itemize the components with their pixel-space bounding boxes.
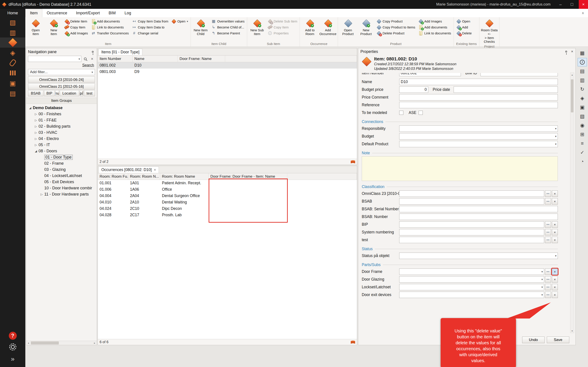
tree-item[interactable]: ▷ 05 - IT bbox=[26, 142, 97, 148]
copy-product-button[interactable]: Copy Product bbox=[375, 18, 416, 24]
filter-bsab[interactable]: BSAB bbox=[28, 90, 43, 96]
clear-search-icon[interactable]: × bbox=[89, 56, 95, 62]
lookup-button[interactable]: ••• bbox=[545, 221, 551, 228]
part-dropdown[interactable]: ▾ bbox=[399, 276, 544, 283]
table-row[interactable]: 01.001 1A01 Patient Admin. Recept. bbox=[98, 180, 357, 186]
tree-expander-icon[interactable]: ▷ bbox=[33, 112, 39, 116]
checklist-icon[interactable]: ✓ bbox=[578, 148, 587, 157]
documents-module-icon[interactable]: ▤ bbox=[0, 88, 25, 98]
part-dropdown[interactable]: ▾ bbox=[399, 268, 544, 275]
copy-item-data-from-button[interactable]: ↤Copy Item Data from bbox=[131, 18, 170, 24]
open-product-button[interactable]: Open Product bbox=[339, 18, 357, 39]
reports-module-icon[interactable] bbox=[0, 68, 25, 78]
table-row[interactable]: 04.024 2C10 Dipc Decon bbox=[98, 205, 357, 212]
tree-item[interactable]: ▷ 01 - FF&E bbox=[26, 117, 97, 123]
add-to-room-button[interactable]: + Add to Room bbox=[301, 18, 318, 39]
bim-id-field[interactable] bbox=[481, 73, 558, 76]
tree-expander-icon[interactable]: ▷ bbox=[33, 131, 39, 134]
existing-open-button[interactable]: Open bbox=[455, 18, 473, 24]
scroll-left-icon[interactable]: ◂ bbox=[26, 342, 30, 344]
become-parent-button[interactable]: ↰Become Parent bbox=[210, 30, 246, 36]
report-icon[interactable] bbox=[351, 160, 355, 163]
tree-item[interactable]: ▷ 00 - Finishes bbox=[26, 111, 97, 117]
table-row[interactable]: 0801.002 D10 bbox=[98, 62, 357, 68]
clear-value-button[interactable]: × bbox=[552, 191, 558, 197]
column-header[interactable]: Door Frame: Name bbox=[178, 56, 225, 62]
scrollbar-thumb[interactable] bbox=[571, 79, 573, 112]
add-occurrence-button[interactable]: + Add Occurrence bbox=[319, 18, 337, 39]
systems-icon[interactable]: ≡ bbox=[578, 139, 587, 148]
delete-item-button[interactable]: ×Delete Item bbox=[63, 18, 89, 24]
tree-expander-icon[interactable]: ▷ bbox=[33, 119, 39, 122]
expand-sidebar-icon[interactable]: » bbox=[0, 354, 25, 363]
forms-icon[interactable]: ▤ bbox=[578, 67, 587, 75]
existing-delete-button[interactable]: ×Delete bbox=[455, 30, 473, 36]
classification-field[interactable] bbox=[399, 214, 558, 220]
existing-add-button[interactable]: +Add bbox=[455, 24, 473, 30]
overwritten-values-button[interactable]: ▦Overwritten values bbox=[210, 18, 246, 24]
attachments-module-icon[interactable] bbox=[0, 58, 25, 68]
budget-price-field[interactable]: 0 bbox=[399, 86, 428, 93]
maximize-button[interactable]: □ bbox=[567, 0, 577, 9]
clear-value-button[interactable]: × bbox=[552, 229, 558, 235]
clear-value-button[interactable]: × bbox=[552, 221, 558, 228]
scroll-right-icon[interactable]: ▸ bbox=[92, 342, 97, 344]
classification-field[interactable] bbox=[399, 221, 544, 228]
connection-dropdown[interactable]: ▾ bbox=[399, 125, 558, 132]
tree-item[interactable]: ◢ 08 - Doors bbox=[26, 148, 97, 154]
layout-grid-icon[interactable]: ▦ bbox=[578, 49, 587, 57]
tree-item[interactable]: 02 - Frame bbox=[26, 160, 97, 167]
minimize-button[interactable]: – bbox=[556, 0, 565, 9]
add-documents-button[interactable]: +Add documents bbox=[90, 18, 130, 24]
classification-field[interactable] bbox=[399, 237, 544, 243]
delete-product-button[interactable]: ×Delete Product bbox=[375, 30, 416, 36]
price-date-field[interactable] bbox=[454, 86, 558, 93]
history-clock-icon[interactable]: ◔ bbox=[578, 157, 587, 166]
connection-dropdown[interactable]: ▾ bbox=[399, 133, 558, 140]
table-row[interactable]: 01.006 1A06 Office bbox=[98, 186, 357, 193]
documents-icon[interactable]: ▥ bbox=[578, 76, 587, 84]
tree-item[interactable]: 03 - Glazing bbox=[26, 167, 97, 173]
reference-field[interactable] bbox=[399, 102, 558, 108]
close-tab-icon[interactable]: × bbox=[154, 168, 156, 172]
undo-button[interactable]: Undo bbox=[522, 337, 545, 343]
table-row[interactable]: 04.028 2C17 Prosth. Lab bbox=[98, 212, 357, 218]
bim-tab[interactable]: BIM bbox=[104, 9, 120, 17]
filter-omniclass-23[interactable]: OmniClass 23 [2010-06-24] bbox=[28, 76, 95, 83]
table-row[interactable]: 04.004 2A04 Dental Surgeon Office bbox=[98, 193, 357, 199]
copy-item-data-to-button[interactable]: ↦Copy Item Data to bbox=[131, 24, 170, 30]
new-sub-item-button[interactable]: + New Sub Item bbox=[248, 18, 266, 39]
new-item-child-button[interactable]: + New Item Child bbox=[192, 18, 210, 39]
pin-icon[interactable] bbox=[92, 51, 94, 53]
name-field[interactable]: D10 bbox=[399, 79, 558, 85]
copy-item-button[interactable]: Copy Item bbox=[63, 24, 89, 30]
change-serial-button[interactable]: #Change serial bbox=[131, 30, 170, 36]
product-add-images-button[interactable]: +Add Images bbox=[417, 18, 452, 24]
delete-value-button[interactable]: × bbox=[552, 292, 558, 298]
column-header[interactable]: Room: Room Name bbox=[160, 173, 209, 180]
to-be-modeled-checkbox[interactable] bbox=[399, 111, 403, 115]
open-dropdown-button[interactable]: Open▾ bbox=[170, 18, 189, 24]
lookup-button[interactable]: ••• bbox=[545, 284, 551, 290]
lookup-button[interactable]: ••• bbox=[545, 268, 551, 275]
parts-icon[interactable]: ⊞ bbox=[578, 130, 587, 139]
model-3d-icon[interactable]: ◈ bbox=[578, 94, 587, 102]
open-item-button[interactable]: Open Item bbox=[27, 18, 44, 39]
scroll-up-icon[interactable]: ▴ bbox=[572, 73, 573, 77]
occurrences-tab[interactable]: Occurrences [0801.002: D10] × bbox=[98, 167, 159, 173]
items-tab[interactable]: Items [01 - Door Type] bbox=[98, 49, 142, 55]
tree-item[interactable]: ◢ Demo Database bbox=[26, 105, 97, 111]
tree-expander-icon[interactable]: ▷ bbox=[33, 137, 39, 140]
table-row[interactable]: 0801.003 D9 bbox=[98, 68, 357, 75]
settings-gear-icon[interactable] bbox=[0, 342, 25, 351]
note-textarea[interactable] bbox=[362, 156, 558, 181]
products-module-icon[interactable]: ◈ bbox=[0, 48, 25, 58]
import-export-tab[interactable]: Import/Export bbox=[72, 9, 104, 17]
add-filter-dropdown[interactable]: Add filter... ▾ bbox=[28, 69, 95, 75]
part-dropdown[interactable]: ▾ bbox=[399, 292, 544, 298]
tree-expander-icon[interactable]: ◢ bbox=[33, 150, 39, 153]
tree-expander-icon[interactable]: ▷ bbox=[39, 193, 44, 196]
connection-dropdown[interactable]: ▾ bbox=[399, 141, 558, 147]
column-header[interactable]: Room: Room Fu... bbox=[98, 173, 128, 180]
images-icon[interactable]: ▧ bbox=[578, 112, 587, 121]
